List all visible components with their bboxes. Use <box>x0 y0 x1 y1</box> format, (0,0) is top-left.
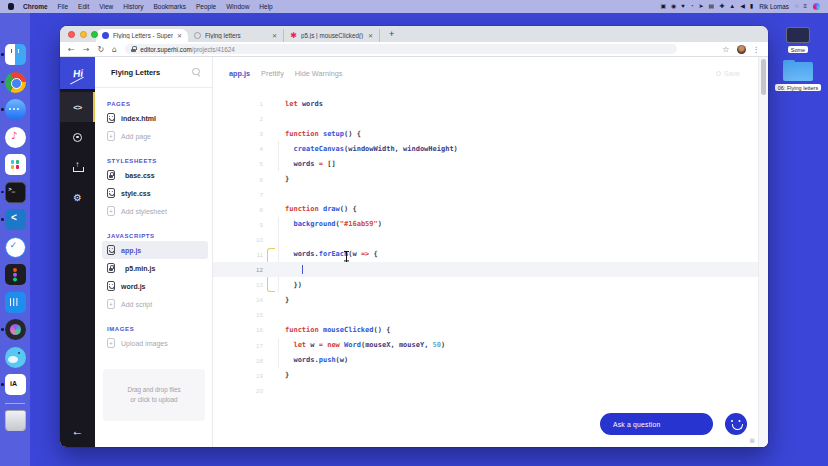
zoom-window-button[interactable] <box>91 31 98 38</box>
dock-vscode-icon[interactable] <box>5 209 26 230</box>
code-line-17[interactable]: 17 let w = new Word(mouseX, mouseY, 50) <box>213 338 768 353</box>
nav-code-tab[interactable]: <> <box>60 92 95 122</box>
add-script-button[interactable]: +Add script <box>107 295 206 313</box>
desktop-file-icon[interactable] <box>786 27 810 43</box>
home-icon[interactable]: ⌂ <box>112 45 117 54</box>
code-line-1[interactable]: 1let words <box>213 96 768 111</box>
back-to-dashboard-button[interactable]: ← <box>60 424 95 438</box>
dock-trash-icon[interactable] <box>5 410 26 431</box>
code-line-12[interactable]: 12 <box>213 262 768 277</box>
dock-bird-icon[interactable] <box>5 347 26 368</box>
desktop-folder-label[interactable]: 06: Flying letters <box>775 84 821 91</box>
notification-list-icon[interactable]: ≡ <box>803 0 807 13</box>
browser-menu-icon[interactable]: ⋮ <box>753 45 761 54</box>
hide-warnings-button[interactable]: Hide Warnings <box>295 69 343 78</box>
add-stylesheet-button[interactable]: +Add stylesheet <box>107 202 206 220</box>
wifi-icon[interactable]: ▲ <box>729 0 735 13</box>
code-line-5[interactable]: 5 words = [] <box>213 156 768 171</box>
dock-figma-icon[interactable] <box>5 264 26 285</box>
search-icon[interactable] <box>192 68 201 77</box>
feedback-smiley-button[interactable] <box>725 413 747 435</box>
code-line-7[interactable]: 7 <box>213 187 768 202</box>
file-item-base.css[interactable]: base.css <box>107 166 206 184</box>
tab-close-icon[interactable]: ✕ <box>272 32 277 39</box>
profile-avatar[interactable] <box>737 45 746 54</box>
volume-icon[interactable]: ◀ <box>740 0 745 13</box>
battery-icon[interactable]: ▮ <box>750 0 753 13</box>
cursor-icon[interactable]: ➤ <box>699 0 704 13</box>
heart-icon[interactable]: ♥ <box>681 0 685 13</box>
code-line-2[interactable]: 2 <box>213 111 768 126</box>
minimize-window-button[interactable] <box>80 31 87 38</box>
code-line-8[interactable]: 8function draw() { <box>213 202 768 217</box>
code-line-18[interactable]: 18 words.push(w) <box>213 353 768 368</box>
menu-file[interactable]: File <box>58 3 68 10</box>
code-line-10[interactable]: 10 <box>213 232 768 247</box>
menu-help[interactable]: Help <box>259 3 272 10</box>
editor-scrollbar[interactable] <box>758 57 768 447</box>
code-line-4[interactable]: 4 createCanvas(windowWidth, windowHeight… <box>213 141 768 156</box>
code-area[interactable]: 1let words23function setup() {4 createCa… <box>213 90 768 398</box>
nav-settings-tab[interactable]: ⚙ <box>60 182 95 212</box>
menu-chrome[interactable]: Chrome <box>23 3 48 10</box>
address-bar[interactable]: editor.superhi.com/projects/41624 <box>125 44 677 55</box>
dock-finder-icon[interactable] <box>5 44 26 65</box>
ask-question-button[interactable]: Ask a question <box>600 413 713 435</box>
logged-in-user[interactable]: Rik Lomas <box>759 3 789 10</box>
clock-icon[interactable]: ◔ <box>690 0 694 13</box>
spotlight-search-icon[interactable]: ◌ <box>795 0 799 13</box>
dock-slack-icon[interactable] <box>5 154 26 175</box>
dock-intercom-icon[interactable] <box>5 292 26 313</box>
desktop-file-label[interactable]: Some <box>788 46 808 53</box>
dock-iawriter-icon[interactable] <box>5 374 26 395</box>
code-line-3[interactable]: 3function setup() { <box>213 126 768 141</box>
menu-history[interactable]: History <box>123 3 143 10</box>
file-item-word.js[interactable]: word.js <box>107 277 206 295</box>
dock-music-icon[interactable] <box>5 127 26 148</box>
file-item-style.css[interactable]: style.css <box>107 184 206 202</box>
superhi-logo[interactable]: Hi <box>60 57 95 89</box>
file-item-index.html[interactable]: index.html <box>107 109 206 127</box>
code-line-19[interactable]: 19} <box>213 368 768 383</box>
browser-tab-2[interactable]: Flying letters✕ <box>188 29 284 42</box>
code-line-15[interactable]: 15 <box>213 307 768 322</box>
dock-mail-icon[interactable] <box>5 237 26 258</box>
scrollbar-thumb[interactable] <box>761 59 766 95</box>
dock-capture-icon[interactable] <box>5 319 26 340</box>
nav-preview-tab[interactable] <box>60 122 95 152</box>
code-line-6[interactable]: 6} <box>213 171 768 186</box>
menu-edit[interactable]: Edit <box>78 3 89 10</box>
bluetooth-icon[interactable]: ✚ <box>719 0 724 13</box>
new-tab-button[interactable]: + <box>389 28 394 41</box>
menu-view[interactable]: View <box>99 3 113 10</box>
code-line-16[interactable]: 16function mouseClicked() { <box>213 322 768 337</box>
code-line-11[interactable]: 11 words.forEach(w => { <box>213 247 768 262</box>
save-button[interactable]: Save <box>716 70 740 77</box>
tab-close-icon[interactable]: ✕ <box>177 32 182 39</box>
code-line-14[interactable]: 14} <box>213 292 768 307</box>
dock-chrome-icon[interactable] <box>5 72 26 93</box>
screen-mirroring-icon[interactable]: ▣ <box>660 0 666 13</box>
forward-icon[interactable]: → <box>83 45 90 54</box>
desktop-folder-icon[interactable] <box>783 62 813 81</box>
menu-people[interactable]: People <box>196 3 216 10</box>
browser-tab-3[interactable]: ✱p5.js | mouseClicked()✕ <box>284 29 380 42</box>
tab-close-icon[interactable]: ✕ <box>368 32 373 39</box>
code-line-20[interactable]: 20 <box>213 383 768 398</box>
add-page-button[interactable]: +Add page <box>107 127 206 145</box>
nav-publish-tab[interactable] <box>60 152 95 182</box>
bookmark-star-icon[interactable]: ☆ <box>722 45 729 54</box>
upload-dropzone[interactable]: Drag and drop filesor click to upload <box>103 369 205 421</box>
upload-images-button[interactable]: +Upload images <box>107 334 206 352</box>
siri-icon[interactable] <box>813 3 820 10</box>
dock-messages-icon[interactable] <box>5 99 26 120</box>
apple-menu-icon[interactable] <box>8 3 14 10</box>
menu-bookmarks[interactable]: Bookmarks <box>153 3 186 10</box>
file-item-p5.min.js[interactable]: p5.min.js <box>107 259 206 277</box>
code-line-9[interactable]: 9 background("#16ab59") <box>213 217 768 232</box>
code-line-13[interactable]: 13 }) <box>213 277 768 292</box>
display-icon[interactable]: ▤ <box>709 0 715 13</box>
menu-window[interactable]: Window <box>226 3 249 10</box>
dock-terminal-icon[interactable] <box>5 182 26 203</box>
file-item-app.js[interactable]: app.js <box>102 241 208 259</box>
